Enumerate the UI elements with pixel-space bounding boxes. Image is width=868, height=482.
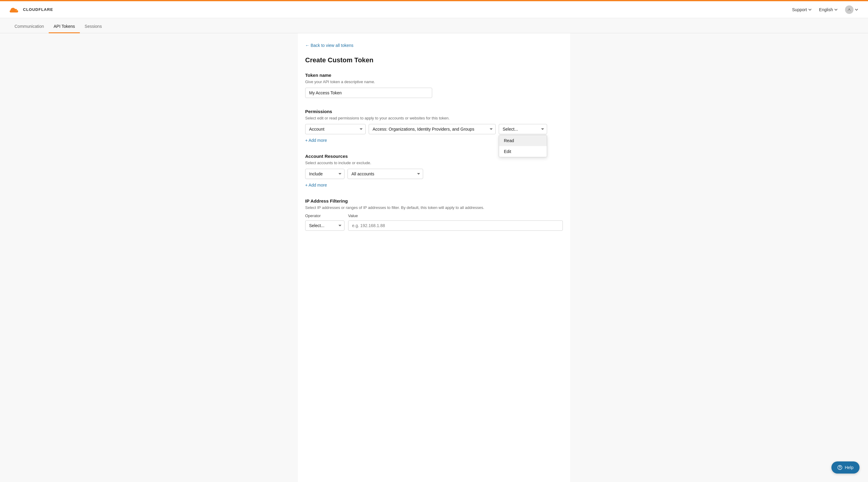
operator-label: Operator — [305, 214, 344, 218]
ip-filtering-label: IP Address Filtering — [305, 198, 563, 203]
accounts-select[interactable]: All accounts Specific account — [347, 169, 423, 179]
access-select-outer: Select... Read Edit Read Edit — [499, 124, 547, 134]
page-title: Create Custom Token — [305, 56, 563, 64]
permission-select-wrapper: Access: Organizations, Identity Provider… — [369, 124, 496, 134]
dropdown-item-read[interactable]: Read — [499, 135, 547, 146]
access-select-wrapper: Select... Read Edit — [499, 124, 547, 134]
account-chevron-icon — [855, 8, 858, 11]
permissions-row: Account Zone User Access: Organizations,… — [305, 124, 563, 134]
permissions-label: Permissions — [305, 109, 563, 114]
logo[interactable]: CLOUDFLARE — [10, 6, 53, 13]
help-button[interactable]: Help — [831, 461, 860, 474]
nav-tabs: Communication API Tokens Sessions — [0, 18, 868, 33]
permission-select[interactable]: Access: Organizations, Identity Provider… — [369, 124, 496, 134]
svg-point-2 — [840, 469, 840, 469]
token-name-label: Token name — [305, 72, 563, 78]
operator-select-wrapper: Select... is is not in is in — [305, 220, 344, 231]
permissions-section: Permissions Select edit or read permissi… — [305, 109, 563, 143]
token-name-desc: Give your API token a descriptive name. — [305, 79, 563, 84]
back-link[interactable]: ← Back to view all tokens — [305, 43, 563, 48]
token-name-input[interactable] — [305, 88, 432, 98]
ip-filtering-row: Select... is is not in is in — [305, 220, 563, 231]
account-select-wrapper: Account Zone User — [305, 124, 366, 134]
value-label: Value — [348, 214, 358, 218]
accounts-select-wrapper: All accounts Specific account — [347, 169, 423, 179]
ip-filtering-headers: Operator Value — [305, 214, 563, 218]
access-dropdown-popup: Read Edit — [499, 135, 547, 157]
token-name-section: Token name Give your API token a descrip… — [305, 72, 563, 98]
dropdown-item-edit[interactable]: Edit — [499, 146, 547, 157]
main-content: ← Back to view all tokens Create Custom … — [298, 33, 570, 482]
ip-filtering-desc: Select IP addresses or ranges of IP addr… — [305, 205, 563, 210]
header: CLOUDFLARE Support English — [0, 1, 868, 18]
header-right: Support English — [792, 5, 858, 14]
account-resources-desc: Select accounts to include or exclude. — [305, 161, 563, 165]
support-button[interactable]: Support — [792, 7, 812, 12]
ip-value-input[interactable] — [348, 220, 563, 231]
account-button[interactable] — [845, 5, 858, 14]
logo-text: CLOUDFLARE — [23, 7, 53, 12]
include-select-wrapper: Include Exclude — [305, 169, 344, 179]
permissions-desc: Select edit or read permissions to apply… — [305, 116, 563, 120]
tab-api-tokens[interactable]: API Tokens — [49, 20, 80, 33]
access-select[interactable]: Select... Read Edit — [499, 124, 547, 134]
support-chevron-icon — [808, 8, 812, 11]
permissions-add-more-button[interactable]: + Add more — [305, 138, 327, 143]
tab-sessions[interactable]: Sessions — [80, 20, 107, 33]
language-chevron-icon — [834, 8, 838, 11]
language-button[interactable]: English — [819, 7, 838, 12]
avatar — [845, 5, 854, 14]
help-icon — [837, 465, 842, 470]
account-resources-row: Include Exclude All accounts Specific ac… — [305, 169, 563, 179]
include-select[interactable]: Include Exclude — [305, 169, 344, 179]
account-resources-section: Account Resources Select accounts to inc… — [305, 154, 563, 188]
tab-communication[interactable]: Communication — [10, 20, 49, 33]
cloudflare-logo-icon — [10, 6, 21, 13]
operator-select[interactable]: Select... is is not in is in — [305, 220, 344, 231]
account-select[interactable]: Account Zone User — [305, 124, 366, 134]
svg-point-0 — [849, 8, 850, 10]
ip-filtering-section: IP Address Filtering Select IP addresses… — [305, 198, 563, 231]
account-resources-add-more-button[interactable]: + Add more — [305, 183, 327, 188]
